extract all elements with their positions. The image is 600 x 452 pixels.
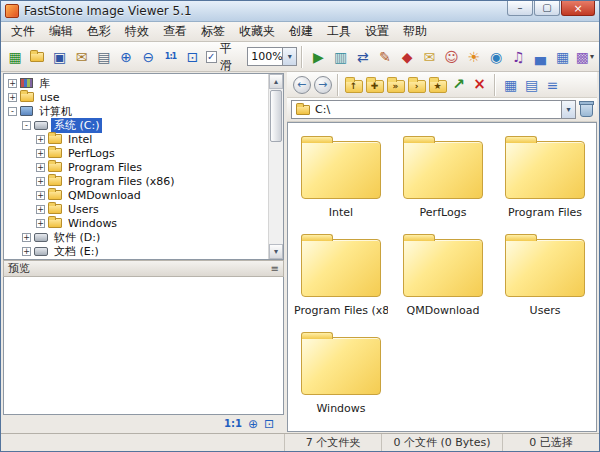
folder-item[interactable]: Users (498, 231, 592, 317)
email-image-button[interactable]: ✉ (418, 45, 440, 69)
rename-button[interactable]: ✎ (374, 45, 396, 69)
expander-icon[interactable]: + (36, 177, 45, 186)
trash-icon[interactable] (580, 103, 593, 117)
zoom-combo[interactable]: 100%▾ (247, 47, 297, 66)
address-combo[interactable]: C:\ ▾ (291, 100, 576, 119)
folder-item-label: Users (498, 304, 592, 317)
browse-button[interactable]: ▦ (4, 45, 26, 69)
tree-item[interactable]: +Intel (5, 132, 268, 146)
copy-to-button[interactable]: » (385, 75, 406, 95)
up-folder-button[interactable]: ↑ (343, 75, 364, 95)
expander-icon[interactable]: + (36, 191, 45, 200)
close-button[interactable]: × (561, 1, 595, 16)
scroll-up-icon[interactable]: ▴ (269, 74, 283, 89)
tree-item[interactable]: +库 (5, 76, 268, 90)
forward-button[interactable]: → (312, 75, 333, 95)
folder-item[interactable]: Program Files (498, 133, 592, 219)
view-thumbnails-button[interactable]: ▦ (500, 75, 521, 95)
settings-button[interactable]: ☀ (463, 45, 485, 69)
slideshow-icon: ▶ (313, 50, 324, 64)
expander-icon[interactable]: + (36, 149, 45, 158)
move-to-button[interactable]: › (406, 75, 427, 95)
tree-item[interactable]: +文档 (E:) (5, 244, 268, 258)
new-folder-button[interactable]: ✚ (364, 75, 385, 95)
user-button[interactable]: ☺ (441, 45, 463, 69)
fit-image-icon[interactable]: ⊡ (264, 418, 274, 430)
print-button[interactable]: ▤ (93, 45, 115, 69)
chevron-down-icon[interactable]: ▾ (561, 101, 575, 118)
back-button[interactable]: ← (291, 75, 312, 95)
expander-icon[interactable]: - (22, 121, 31, 130)
actual-size-button[interactable]: 1:1 (159, 45, 181, 69)
scrollbar-track[interactable] (269, 143, 283, 244)
tree-scrollbar[interactable]: ▴ ▾ (268, 74, 283, 259)
tree-item[interactable]: +Program Files (5, 160, 268, 174)
folder-icon (403, 239, 483, 297)
folder-item[interactable]: PerfLogs (396, 133, 490, 219)
expander-icon[interactable]: + (36, 135, 45, 144)
maximize-button[interactable]: ▢ (534, 1, 560, 16)
convert-button[interactable]: ⇄ (352, 45, 374, 69)
folder-icon (48, 162, 62, 172)
zoom-out-button[interactable]: ⊖ (137, 45, 159, 69)
menu-item[interactable]: 设置 (358, 21, 396, 42)
chevron-down-icon[interactable]: ▾ (282, 48, 296, 65)
save-button[interactable]: ▣ (48, 45, 70, 69)
expander-icon[interactable]: + (36, 205, 45, 214)
expander-icon[interactable]: + (8, 93, 17, 102)
compare-button[interactable]: ▥ (330, 45, 352, 69)
expander-icon[interactable]: + (8, 79, 17, 88)
scroll-down-icon[interactable]: ▾ (269, 244, 283, 259)
smooth-checkbox[interactable]: ✓平滑 (206, 40, 245, 74)
folder-item[interactable]: Windows (294, 329, 388, 415)
center-image-icon[interactable]: ⊕ (248, 418, 258, 430)
expander-icon[interactable]: - (8, 107, 17, 116)
tree-item[interactable]: +PerfLogs (5, 146, 268, 160)
menu-item[interactable]: 查看 (156, 21, 194, 42)
folder-item[interactable]: Intel (294, 133, 388, 219)
minimize-button[interactable]: – (507, 1, 533, 16)
slideshow-button[interactable]: ▶ (307, 45, 329, 69)
menu-item[interactable]: 色彩 (80, 21, 118, 42)
delete-button[interactable]: × (469, 75, 490, 95)
tree-item[interactable]: +QMDownload (5, 188, 268, 202)
tree-item[interactable]: +Users (5, 202, 268, 216)
favorite-folder-button[interactable]: ★ (427, 75, 448, 95)
folder-item[interactable]: Program Files (x86) (294, 231, 388, 317)
external-button[interactable]: ↗ (448, 75, 469, 95)
zoom-in-button[interactable]: ⊕ (115, 45, 137, 69)
tree-item[interactable]: -计算机 (5, 104, 268, 118)
skin-button[interactable]: ▩▾ (574, 45, 596, 69)
tree-item[interactable]: +Windows (5, 216, 268, 230)
music-button[interactable]: ♫ (507, 45, 529, 69)
tree-item-label: Windows (65, 217, 120, 230)
open-folder-button[interactable] (26, 45, 48, 69)
tree-item[interactable]: +use (5, 90, 268, 104)
menu-item[interactable]: 帮助 (396, 21, 434, 42)
capture-button[interactable]: ◉ (485, 45, 507, 69)
view-list-button[interactable]: ≡ (542, 75, 563, 95)
tree-item[interactable]: +Program Files (x86) (5, 174, 268, 188)
panel-menu-icon[interactable]: ≡ (271, 263, 279, 274)
menu-item[interactable]: 创建 (282, 21, 320, 42)
preview-area (3, 277, 284, 415)
email-button[interactable]: ✉ (71, 45, 93, 69)
expander-icon[interactable]: + (22, 247, 31, 256)
histogram-button[interactable]: ▄ (529, 45, 551, 69)
menu-item[interactable]: 文件 (4, 21, 42, 42)
fit-window-button[interactable]: ⊡ (182, 45, 204, 69)
copy-to-glyph: » (388, 81, 404, 92)
expander-icon[interactable]: + (36, 219, 45, 228)
menu-item[interactable]: 编辑 (42, 21, 80, 42)
scrollbar-thumb[interactable] (270, 90, 282, 142)
tree-item[interactable]: -系统 (C:) (5, 118, 268, 132)
tag-button[interactable]: ◆ (396, 45, 418, 69)
menu-item[interactable]: 工具 (320, 21, 358, 42)
view-details-button[interactable]: ▤ (521, 75, 542, 95)
menu-item[interactable]: 特效 (118, 21, 156, 42)
expander-icon[interactable]: + (22, 233, 31, 242)
tree-item[interactable]: +软件 (D:) (5, 230, 268, 244)
expander-icon[interactable]: + (36, 163, 45, 172)
grid-view-button[interactable]: ▦ (552, 45, 574, 69)
folder-item[interactable]: QMDownload (396, 231, 490, 317)
